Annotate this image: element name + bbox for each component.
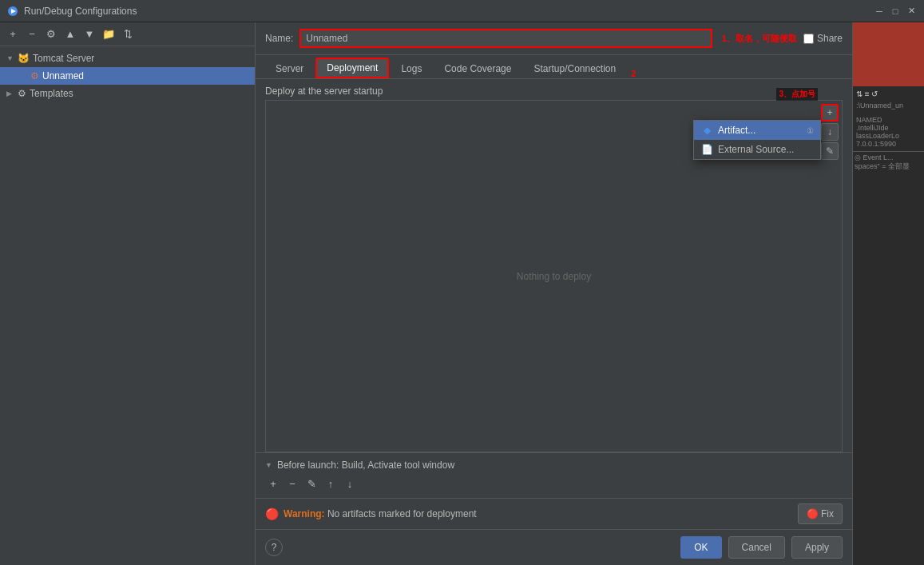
deployment-area: Deploy at the server startup Nothing to …	[256, 79, 852, 565]
add-annotation: 3、点加号	[776, 88, 818, 101]
dropdown-external-source[interactable]: 📄 External Source...	[694, 140, 820, 159]
up-button[interactable]: ▲	[62, 26, 78, 42]
warning-icon: 🔴	[265, 507, 279, 520]
dialog-title: Run/Debug Configurations	[24, 6, 873, 17]
window-controls: ─ □ ✕	[873, 5, 918, 18]
name-row: Name: 1、取名，可随便取 Share	[256, 22, 852, 55]
before-launch-arrow: ▼	[265, 461, 272, 469]
templates-icon: ⚙	[18, 88, 26, 99]
deploy-table: Nothing to deploy + 3、点加号 ↓ ✎ ◆ Artifact…	[265, 100, 843, 452]
right-panel-red-area	[853, 22, 924, 86]
help-button[interactable]: ?	[265, 539, 283, 556]
title-bar: Run/Debug Configurations ─ □ ✕	[0, 0, 924, 22]
dropdown-artifact[interactable]: ◆ Artifact... ①	[694, 121, 820, 140]
deploy-empty-text: Nothing to deploy	[517, 271, 591, 282]
add-config-button[interactable]: +	[5, 26, 21, 42]
folder-button[interactable]: 📁	[101, 26, 117, 42]
warning-text: Warning: No artifacts marked for deploym…	[284, 508, 793, 519]
tab-server[interactable]: Server	[265, 58, 314, 78]
deployment-annotation: 2	[631, 69, 636, 78]
tree-templates[interactable]: ▶ ⚙ Templates	[0, 85, 255, 102]
maximize-button[interactable]: □	[889, 5, 902, 18]
name-label: Name:	[265, 33, 293, 44]
sidebar-toolbar: + − ⚙ ▲ ▼ 📁 ⇅	[0, 22, 255, 46]
bottom-bar: ? OK Cancel Apply	[256, 529, 852, 565]
config-tree: ▼ 🐱 Tomcat Server ⚙ Unnamed ▶ ⚙ Template…	[0, 46, 255, 565]
before-launch-header[interactable]: ▼ Before launch: Build, Activate tool wi…	[265, 460, 843, 471]
cancel-button[interactable]: Cancel	[728, 536, 785, 559]
templates-label: Templates	[30, 88, 73, 99]
share-checkbox[interactable]	[803, 34, 814, 44]
tree-tomcat-server[interactable]: ▼ 🐱 Tomcat Server	[0, 50, 255, 67]
sort-button[interactable]: ⇅	[120, 26, 136, 42]
tree-arrow-tomcat: ▼	[6, 54, 18, 62]
config-icon: ⚙	[30, 70, 39, 82]
deploy-add-button[interactable]: +	[821, 104, 839, 121]
before-launch-section: ▼ Before launch: Build, Activate tool wi…	[256, 452, 852, 498]
app-icon	[6, 5, 19, 18]
tab-startup-connection[interactable]: Startup/Connection	[523, 58, 626, 78]
tab-deployment[interactable]: Deployment	[315, 58, 389, 78]
main-dialog: + − ⚙ ▲ ▼ 📁 ⇅ ▼ 🐱 Tomcat Server ⚙ Unname…	[0, 22, 924, 565]
artifact-icon: ◆	[700, 124, 713, 137]
before-launch-up[interactable]: ↑	[323, 475, 339, 491]
before-launch-title: Before launch: Build, Activate tool wind…	[277, 460, 454, 471]
external-source-icon: 📄	[700, 143, 713, 156]
ok-button[interactable]: OK	[680, 536, 721, 559]
before-launch-add[interactable]: +	[265, 475, 281, 491]
share-row: Share	[803, 33, 843, 44]
sidebar: + − ⚙ ▲ ▼ 📁 ⇅ ▼ 🐱 Tomcat Server ⚙ Unname…	[0, 22, 256, 565]
warning-bar: 🔴 Warning: No artifacts marked for deplo…	[256, 498, 852, 529]
settings-button[interactable]: ⚙	[43, 26, 59, 42]
fix-button[interactable]: 🔴 Fix	[798, 503, 843, 524]
unnamed-label: Unnamed	[42, 70, 84, 82]
tomcat-server-label: Tomcat Server	[33, 53, 94, 64]
right-panel-content: ⇅ ≡ ↺ :\Unnamed_un NAMED.IntelliJIdelass…	[853, 86, 924, 151]
before-launch-edit[interactable]: ✎	[303, 475, 319, 491]
artifact-dropdown: ◆ Artifact... ① 📄 External Source...	[693, 120, 821, 160]
tomcat-icon: 🐱	[18, 53, 30, 64]
close-button[interactable]: ✕	[905, 5, 918, 18]
deploy-down-button[interactable]: ↓	[821, 123, 839, 141]
down-button[interactable]: ▼	[81, 26, 97, 42]
minimize-button[interactable]: ─	[873, 5, 886, 18]
name-input[interactable]	[299, 29, 712, 48]
apply-button[interactable]: Apply	[791, 536, 843, 559]
tab-logs[interactable]: Logs	[391, 58, 432, 78]
config-content: Name: 1、取名，可随便取 Share Server Deployment …	[256, 22, 852, 565]
tree-item-unnamed[interactable]: ⚙ Unnamed	[0, 67, 255, 85]
deploy-toolbar: + 3、点加号 ↓ ✎	[821, 104, 839, 160]
shortcut-label: ①	[807, 126, 814, 135]
right-panel: ⇅ ≡ ↺ :\Unnamed_un NAMED.IntelliJIdelass…	[852, 22, 924, 565]
tab-code-coverage[interactable]: Code Coverage	[434, 58, 521, 78]
deploy-header: Deploy at the server startup	[256, 79, 852, 100]
before-launch-remove[interactable]: −	[284, 475, 300, 491]
share-label: Share	[817, 33, 843, 44]
tree-arrow-templates: ▶	[6, 90, 18, 97]
name-annotation: 1、取名，可随便取	[722, 33, 797, 45]
before-launch-down[interactable]: ↓	[342, 475, 358, 491]
before-launch-toolbar: + − ✎ ↑ ↓	[265, 475, 843, 491]
remove-config-button[interactable]: −	[24, 26, 40, 42]
tabs-bar: Server Deployment Logs Code Coverage Sta…	[256, 55, 852, 79]
deploy-edit-button[interactable]: ✎	[821, 142, 839, 160]
